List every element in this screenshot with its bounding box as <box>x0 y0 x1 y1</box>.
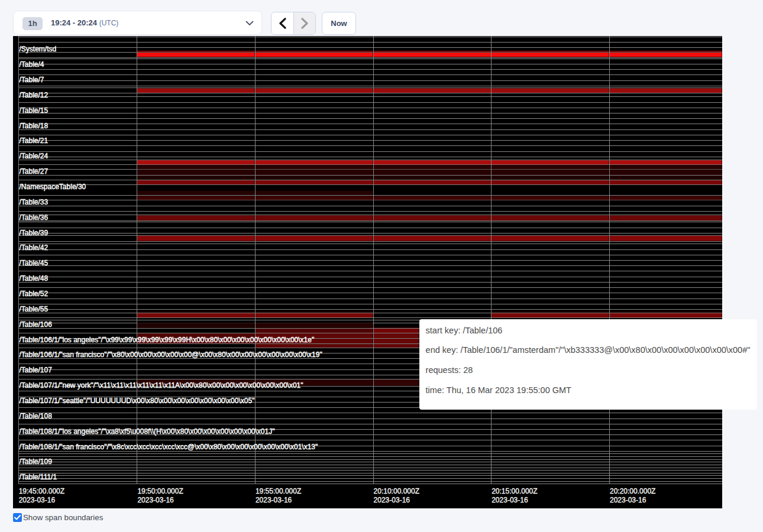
svg-text:2023-03-16: 2023-03-16 <box>19 496 56 504</box>
svg-text:/Table/15: /Table/15 <box>20 106 49 115</box>
svg-text:/Table/52: /Table/52 <box>20 290 49 298</box>
svg-text:/Table/45: /Table/45 <box>20 259 49 267</box>
svg-text:/Table/33: /Table/33 <box>20 198 49 206</box>
svg-text:/Table/107/1/"seattle"/"UUUUUU: /Table/107/1/"seattle"/"UUUUUUUD\x00\x80… <box>20 397 255 405</box>
svg-text:/Table/21: /Table/21 <box>20 137 49 145</box>
svg-text:/Table/108/1/"san francisco"/": /Table/108/1/"san francisco"/"\x8c\xcc\x… <box>20 443 318 451</box>
svg-text:20:10:00.000Z: 20:10:00.000Z <box>374 487 419 495</box>
svg-text:/Table/109: /Table/109 <box>20 458 53 466</box>
svg-text:/Table/111/1: /Table/111/1 <box>20 473 57 481</box>
svg-text:2023-03-16: 2023-03-16 <box>374 496 410 504</box>
svg-text:/Table/27: /Table/27 <box>20 167 49 176</box>
svg-text:/Table/55: /Table/55 <box>20 305 49 313</box>
svg-text:/System/tsd: /System/tsd <box>20 45 57 53</box>
svg-text:/Table/107/1/"new york"/"\x11\: /Table/107/1/"new york"/"\x11\x11\x11\x1… <box>20 381 303 390</box>
svg-text:/NamespaceTable/30: /NamespaceTable/30 <box>20 183 86 191</box>
svg-text:19:55:00.000Z: 19:55:00.000Z <box>256 487 301 495</box>
svg-text:/Table/106/1/"los angeles"/"\x: /Table/106/1/"los angeles"/"\x99\x99\x99… <box>20 336 315 344</box>
svg-text:/Table/108: /Table/108 <box>20 412 53 420</box>
svg-text:19:45:00.000Z: 19:45:00.000Z <box>19 487 64 495</box>
svg-text:/Table/106: /Table/106 <box>20 320 53 329</box>
svg-text:/Table/42: /Table/42 <box>20 244 49 252</box>
svg-text:19:50:00.000Z: 19:50:00.000Z <box>137 487 183 495</box>
svg-text:/Table/36: /Table/36 <box>20 213 49 222</box>
svg-text:/Table/106/1/"san francisco"/": /Table/106/1/"san francisco"/"\x80\x00\x… <box>20 351 322 359</box>
svg-text:2023-03-16: 2023-03-16 <box>137 496 174 504</box>
svg-text:2023-03-16: 2023-03-16 <box>610 496 646 504</box>
svg-text:/Table/108/1/"los angeles"/"\x: /Table/108/1/"los angeles"/"\xa8\xf5\u00… <box>20 427 275 436</box>
svg-text:/Table/4: /Table/4 <box>20 60 44 69</box>
svg-text:/Table/24: /Table/24 <box>20 152 49 160</box>
svg-text:20:20:00.000Z: 20:20:00.000Z <box>610 487 655 495</box>
svg-text:/Table/48: /Table/48 <box>20 274 49 283</box>
svg-text:/Table/12: /Table/12 <box>20 91 49 99</box>
svg-text:2023-03-16: 2023-03-16 <box>256 496 292 504</box>
svg-text:2023-03-16: 2023-03-16 <box>492 496 528 504</box>
svg-text:/Table/7: /Table/7 <box>20 76 44 84</box>
svg-text:/Table/39: /Table/39 <box>20 229 49 237</box>
svg-text:20:15:00.000Z: 20:15:00.000Z <box>492 487 537 495</box>
svg-text:/Table/107: /Table/107 <box>20 366 53 374</box>
svg-text:/Table/18: /Table/18 <box>20 122 49 130</box>
